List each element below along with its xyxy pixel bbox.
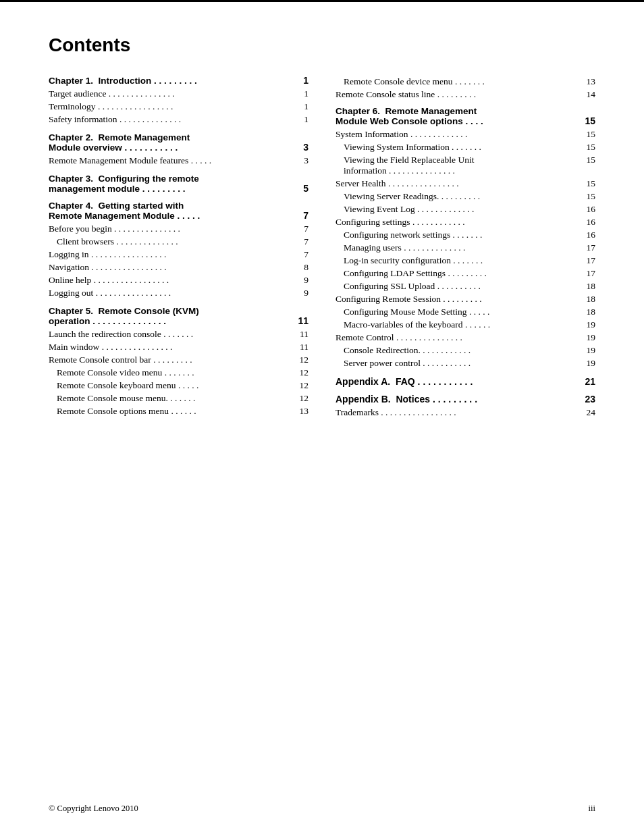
toc-entry: Target audience . . . . . . . . . . . . …: [49, 87, 308, 100]
toc-entry: Navigation . . . . . . . . . . . . . . .…: [49, 261, 308, 273]
toc-entry: Viewing the Field Replaceable Unitinform…: [336, 153, 595, 177]
entry-page: 3: [304, 155, 308, 166]
ch3-title: Chapter 3. Configuring the remotemanagem…: [49, 174, 199, 194]
toc-entry: Viewing Event Log . . . . . . . . . . . …: [336, 203, 595, 215]
toc-entry: Configuring Remote Session . . . . . . .…: [336, 292, 595, 305]
toc-entry: Log-in security configuration . . . . . …: [336, 254, 595, 267]
toc-section-ch1: Chapter 1. Introduction . . . . . . . . …: [49, 75, 308, 126]
chapter-heading-ch3: Chapter 3. Configuring the remotemanagem…: [49, 174, 308, 194]
entry-page: 12: [300, 355, 309, 365]
ch4-page: 7: [303, 210, 308, 221]
toc-entry: Remote Console device menu . . . . . . .…: [336, 75, 595, 88]
ch1-page: 1: [303, 75, 308, 86]
entry-page: 16: [587, 217, 596, 228]
footer-copyright: © Copyright Lenovo 2010: [49, 804, 138, 814]
appB-page: 23: [585, 394, 595, 405]
toc-section-ch3: Chapter 3. Configuring the remotemanagem…: [49, 174, 308, 194]
ch2-page: 3: [303, 142, 308, 153]
toc-entry: Configuring Mouse Mode Setting . . . . .…: [336, 305, 595, 318]
toc-entry: Server Health . . . . . . . . . . . . . …: [336, 177, 595, 190]
entry-page: 9: [304, 288, 308, 298]
page-title: Contents: [49, 34, 595, 56]
toc-entry: Configuring network settings . . . . . .…: [336, 228, 595, 241]
entry-page: 7: [304, 249, 308, 260]
toc-entry-keyboard-menu: Remote Console keyboard menu . . . . . 1…: [49, 379, 308, 392]
toc-entry: Before you begin . . . . . . . . . . . .…: [49, 222, 308, 235]
toc-entry: Remote Control . . . . . . . . . . . . .…: [336, 331, 595, 344]
ch2-title: Chapter 2. Remote ManagementModule overv…: [49, 132, 190, 153]
chapter-heading-ch4: Chapter 4. Getting started withRemote Ma…: [49, 201, 308, 221]
entry-label: Remote Console device menu . . . . . . .: [344, 76, 485, 87]
entry-label: Viewing System Information . . . . . . .: [344, 142, 481, 153]
appA-title: Appendix A. FAQ . . . . . . . . . . .: [336, 376, 473, 387]
entry-page: 19: [587, 332, 596, 343]
toc-section-appB: Appendix B. Notices . . . . . . . . . 23…: [336, 394, 595, 419]
entry-label: Main window . . . . . . . . . . . . . . …: [49, 342, 172, 353]
footer-page-number: iii: [589, 804, 595, 814]
entry-label: Remote Control . . . . . . . . . . . . .…: [336, 332, 462, 343]
entry-page: 7: [304, 224, 308, 234]
entry-label: Configuring LDAP Settings . . . . . . . …: [344, 268, 487, 279]
entry-label: Online help . . . . . . . . . . . . . . …: [49, 275, 169, 286]
toc-entry: Online help . . . . . . . . . . . . . . …: [49, 273, 308, 286]
entry-label: Navigation . . . . . . . . . . . . . . .…: [49, 262, 167, 273]
toc-entry: Remote Console video menu . . . . . . . …: [49, 366, 308, 379]
entry-label: Remote Console status line . . . . . . .…: [336, 89, 476, 100]
toc-section-ch2: Chapter 2. Remote ManagementModule overv…: [49, 132, 308, 167]
toc-right-column: Remote Console device menu . . . . . . .…: [336, 75, 595, 425]
toc-left-column: Chapter 1. Introduction . . . . . . . . …: [49, 75, 308, 424]
entry-page: 19: [587, 345, 596, 356]
chapter-heading-ch2: Chapter 2. Remote ManagementModule overv…: [49, 132, 308, 153]
entry-page: 17: [587, 255, 596, 266]
ch6-page: 15: [585, 115, 595, 126]
entry-page: 17: [587, 268, 596, 279]
toc-section-ch5: Chapter 5. Remote Console (KVM)operation…: [49, 306, 308, 417]
entry-page: 18: [587, 307, 596, 317]
ch4-title: Chapter 4. Getting started withRemote Ma…: [49, 201, 200, 221]
ch1-title: Chapter 1. Introduction . . . . . . . . …: [49, 76, 197, 86]
toc-entry: Viewing Server Readings. . . . . . . . .…: [336, 190, 595, 203]
toc-entry: Remote Console status line . . . . . . .…: [336, 88, 595, 101]
entry-page: 7: [304, 236, 308, 247]
entry-label: Server power control . . . . . . . . . .…: [344, 358, 471, 369]
entry-page: 1: [304, 114, 308, 125]
entry-page: 11: [300, 342, 308, 353]
toc-entry: Logging out . . . . . . . . . . . . . . …: [49, 286, 308, 299]
entry-page: 19: [587, 358, 596, 369]
toc-entry: Server power control . . . . . . . . . .…: [336, 357, 595, 369]
appendix-heading-a: Appendix A. FAQ . . . . . . . . . . . 21: [336, 376, 595, 387]
entry-label: Before you begin . . . . . . . . . . . .…: [49, 224, 180, 234]
toc-entry: Client browsers . . . . . . . . . . . . …: [49, 235, 308, 248]
entry-page: 15: [587, 155, 596, 165]
ch3-page: 5: [303, 183, 308, 194]
ch5-title: Chapter 5. Remote Console (KVM)operation…: [49, 306, 199, 326]
appB-title: Appendix B. Notices . . . . . . . . .: [336, 394, 477, 405]
entry-label: Safety information . . . . . . . . . . .…: [49, 114, 181, 125]
entry-page: 13: [300, 406, 309, 417]
entry-page: 24: [587, 407, 596, 418]
entry-label: Server Health . . . . . . . . . . . . . …: [336, 178, 459, 189]
entry-label: Console Redirection. . . . . . . . . . .…: [344, 345, 471, 356]
entry-label: Logging out . . . . . . . . . . . . . . …: [49, 288, 171, 298]
toc-entry: Remote Console options menu . . . . . . …: [49, 405, 308, 417]
entry-page: 12: [300, 380, 309, 391]
entry-label: Remote Console keyboard menu . . . . .: [57, 380, 198, 391]
entry-label: Remote Console control bar . . . . . . .…: [49, 355, 192, 365]
entry-label: Viewing the Field Replaceable Unitinform…: [344, 155, 474, 176]
toc-entry: Main window . . . . . . . . . . . . . . …: [49, 340, 308, 353]
toc-entry: Macro-variables of the keyboard . . . . …: [336, 318, 595, 331]
toc-entry: System Information . . . . . . . . . . .…: [336, 128, 595, 140]
chapter-heading-ch1: Chapter 1. Introduction . . . . . . . . …: [49, 75, 308, 86]
toc-entry: Managing users . . . . . . . . . . . . .…: [336, 241, 595, 254]
entry-label: Configuring Mouse Mode Setting . . . . .: [344, 307, 489, 317]
entry-label: System Information . . . . . . . . . . .…: [336, 129, 467, 140]
entry-label: Log-in security configuration . . . . . …: [344, 255, 483, 266]
entry-label: Remote Console mouse menu. . . . . . .: [57, 393, 195, 404]
entry-label: Logging in . . . . . . . . . . . . . . .…: [49, 249, 166, 260]
toc-entry: Remote Console control bar . . . . . . .…: [49, 353, 308, 366]
entry-label: Target audience . . . . . . . . . . . . …: [49, 88, 175, 99]
toc-entry: Configuring LDAP Settings . . . . . . . …: [336, 267, 595, 280]
entry-label: Remote Management Module features . . . …: [49, 155, 211, 166]
toc-section-ch4: Chapter 4. Getting started withRemote Ma…: [49, 201, 308, 299]
toc-section-ch6: Chapter 6. Remote ManagementModule Web C…: [336, 106, 595, 369]
